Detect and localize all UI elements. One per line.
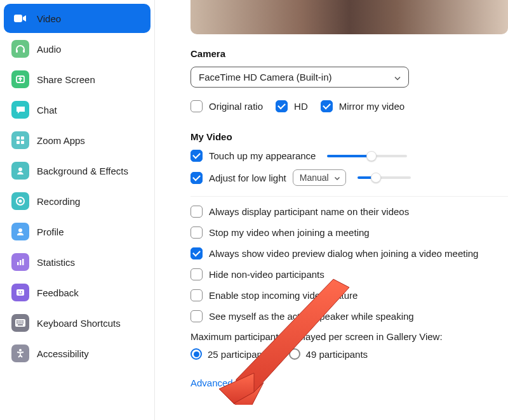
preview-dialog-checkbox[interactable] (190, 247, 203, 259)
sidebar-item-profile[interactable]: Profile (4, 217, 150, 246)
gallery-25-label: 25 participants (208, 349, 270, 360)
sidebar-item-label: Profile (37, 226, 64, 237)
my-video-heading: My Video (190, 131, 508, 142)
svg-rect-23 (17, 322, 18, 324)
sidebar-item-statistics[interactable]: Statistics (4, 247, 150, 277)
svg-rect-15 (17, 289, 24, 296)
svg-rect-0 (14, 15, 22, 22)
display-name-label: Always display participant name on their… (209, 206, 409, 217)
chevron-down-icon (334, 173, 340, 183)
svg-rect-5 (21, 136, 24, 140)
video-preview (190, 0, 508, 34)
sidebar-item-zoom-apps[interactable]: Zoom Apps (4, 126, 150, 155)
sidebar-item-audio[interactable]: Audio (4, 34, 150, 63)
accessibility-icon (11, 345, 29, 362)
sidebar-item-feedback[interactable]: Feedback (4, 278, 150, 307)
svg-rect-26 (22, 322, 23, 324)
slider-knob[interactable] (371, 173, 381, 183)
camera-heading: Camera (190, 48, 508, 59)
low-light-slider[interactable] (358, 176, 411, 179)
sidebar-item-share-screen[interactable]: Share Screen (4, 65, 150, 94)
svg-rect-20 (18, 320, 20, 322)
svg-point-16 (18, 291, 20, 292)
svg-point-8 (18, 167, 22, 171)
chat-icon (11, 101, 29, 119)
active-speaker-checkbox[interactable] (190, 310, 203, 322)
sidebar-item-label: Audio (37, 44, 61, 55)
advanced-link[interactable]: Advanced (190, 377, 233, 388)
effects-icon (11, 162, 29, 180)
gallery-25-radio[interactable] (190, 348, 202, 360)
sidebar-item-label: Recording (37, 196, 80, 207)
camera-select[interactable]: FaceTime HD Camera (Built-in) (190, 67, 409, 88)
sidebar-item-label: Share Screen (37, 74, 95, 85)
active-speaker-label: See myself as the active speaker while s… (209, 311, 414, 322)
stop-video-label: Stop my video when joining a meeting (209, 227, 370, 238)
hide-nonvideo-checkbox[interactable] (190, 268, 203, 280)
svg-rect-19 (17, 320, 18, 322)
svg-rect-27 (18, 324, 23, 325)
svg-rect-25 (20, 322, 22, 324)
svg-rect-1 (16, 49, 18, 53)
gallery-49-label: 49 participants (306, 349, 368, 360)
video-icon (11, 10, 29, 27)
record-icon (11, 192, 29, 210)
apps-icon (11, 131, 29, 149)
camera-select-value: FaceTime HD Camera (Built-in) (190, 67, 409, 88)
sidebar-item-recording[interactable]: Recording (4, 187, 150, 216)
touch-up-label: Touch up my appearance (209, 150, 316, 161)
profile-icon (11, 223, 29, 240)
svg-rect-6 (17, 141, 20, 144)
gallery-49-radio[interactable] (289, 348, 300, 360)
svg-rect-21 (20, 320, 22, 322)
sidebar-item-label: Statistics (37, 257, 75, 268)
sidebar-item-label: Zoom Apps (37, 135, 85, 146)
mirror-video-label: Mirror my video (339, 101, 404, 112)
sidebar-item-label: Chat (37, 105, 57, 115)
original-ratio-checkbox[interactable] (190, 100, 203, 112)
svg-rect-13 (20, 260, 22, 265)
svg-point-10 (19, 200, 22, 203)
slider-knob[interactable] (366, 151, 377, 161)
keyboard-icon (11, 314, 29, 332)
touch-up-checkbox[interactable] (190, 150, 203, 162)
low-light-mode-select[interactable]: Manual (293, 169, 346, 186)
settings-sidebar: Video Audio Share Screen Chat Zoom Apps (0, 0, 155, 420)
svg-rect-24 (18, 322, 20, 324)
stop-incoming-checkbox[interactable] (190, 289, 203, 301)
svg-rect-12 (17, 262, 19, 265)
hd-label: HD (294, 101, 308, 112)
feedback-icon (11, 284, 29, 301)
svg-rect-7 (21, 141, 24, 144)
low-light-checkbox[interactable] (190, 172, 203, 184)
sidebar-item-background-effects[interactable]: Background & Effects (4, 156, 150, 185)
preview-dialog-label: Always show video preview dialog when jo… (209, 248, 478, 259)
hd-checkbox[interactable] (276, 100, 288, 112)
sidebar-item-accessibility[interactable]: Accessibility (4, 339, 150, 368)
sidebar-item-video[interactable]: Video (4, 4, 150, 33)
low-light-label: Adjust for low light (209, 173, 286, 183)
sidebar-item-label: Feedback (37, 287, 79, 298)
touch-up-slider[interactable] (327, 155, 407, 157)
display-name-checkbox[interactable] (190, 206, 203, 218)
svg-rect-4 (17, 136, 20, 140)
sidebar-item-keyboard-shortcuts[interactable]: Keyboard Shortcuts (4, 308, 150, 338)
share-icon (11, 70, 29, 88)
svg-rect-14 (22, 259, 24, 265)
low-light-mode-value: Manual (300, 173, 329, 183)
divider (190, 196, 508, 197)
stop-incoming-label: Enable stop incoming video feature (209, 290, 358, 301)
chevron-down-icon (394, 72, 401, 82)
svg-rect-2 (23, 49, 25, 53)
headphones-icon (11, 40, 29, 58)
sidebar-item-label: Accessibility (37, 348, 89, 359)
sidebar-item-label: Background & Effects (37, 166, 128, 176)
sidebar-item-chat[interactable]: Chat (4, 95, 150, 124)
video-settings-panel: Camera FaceTime HD Camera (Built-in) Ori… (155, 0, 508, 420)
stop-video-checkbox[interactable] (190, 226, 203, 239)
gallery-view-label: Maximum participants displayed per scree… (190, 331, 508, 342)
mirror-video-checkbox[interactable] (321, 100, 333, 112)
svg-rect-22 (22, 320, 23, 322)
stats-icon (11, 253, 29, 271)
original-ratio-label: Original ratio (209, 101, 263, 112)
